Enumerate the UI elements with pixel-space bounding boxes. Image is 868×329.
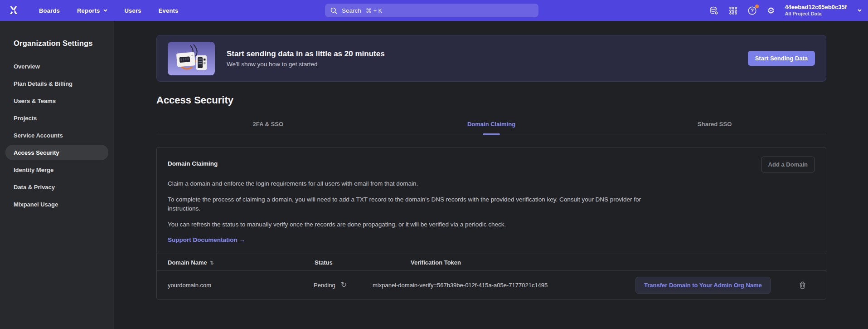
nav-item-users[interactable]: Users: [125, 7, 141, 14]
sidebar-item-users-teams[interactable]: Users & Teams: [5, 93, 108, 108]
domains-table-header: Domain Name⇅ Status Verification Token: [157, 254, 826, 271]
tab-domain-claiming[interactable]: Domain Claiming: [380, 121, 603, 134]
sidebar-item-mixpanel-usage[interactable]: Mixpanel Usage: [5, 196, 108, 212]
apps-grid-icon[interactable]: [729, 6, 737, 15]
search-shortcut: ⌘ + K: [366, 7, 383, 14]
transfer-domain-button[interactable]: Transfer Domain to Your Admin Org Name: [635, 277, 771, 294]
onboarding-banner: Start sending data in as little as 20 mi…: [156, 35, 826, 82]
tab-2fa-sso[interactable]: 2FA & SSO: [156, 121, 380, 134]
org-chevron-down-icon[interactable]: [858, 9, 862, 12]
tab-shared-sso[interactable]: Shared SSO: [603, 121, 826, 134]
delete-domain-icon[interactable]: [799, 281, 806, 289]
domain-name-header-label: Domain Name: [168, 259, 207, 266]
project-selector-label: All Project Data: [785, 11, 847, 17]
mixpanel-logo[interactable]: X: [7, 0, 27, 21]
start-sending-data-button[interactable]: Start Sending Data: [748, 51, 815, 66]
sidebar-item-identity-merge[interactable]: Identity Merge: [5, 162, 108, 177]
nav-right-cluster: ? ⚙ 44eebad12c65eb0c35f All Project Data: [709, 0, 862, 21]
org-id: 44eebad12c65eb0c35f: [785, 4, 847, 11]
sort-icon[interactable]: ⇅: [210, 260, 214, 265]
domains-table: Domain Name⇅ Status Verification Token y…: [157, 254, 826, 299]
gear-glyph: ⚙: [767, 6, 775, 15]
column-header-verification-token: Verification Token: [373, 259, 635, 266]
table-row: yourdomain.com Pending ↻ mixpanel-domain…: [157, 271, 826, 299]
sidebar-item-plan-details-billing[interactable]: Plan Details & Billing: [5, 76, 108, 91]
card-title: Domain Claiming: [168, 157, 218, 167]
access-security-tabs: 2FA & SSO Domain Claiming Shared SSO: [156, 121, 826, 134]
notification-dot: [755, 5, 759, 8]
search-placeholder: Search: [342, 7, 361, 14]
nav-item-reports-label: Reports: [77, 7, 100, 14]
add-domain-button[interactable]: Add a Domain: [761, 157, 815, 172]
page-title: Access Security: [156, 94, 826, 106]
support-documentation-link[interactable]: Support Documentation →: [168, 236, 245, 243]
settings-gear-icon[interactable]: ⚙: [767, 6, 775, 15]
top-nav: X Boards Reports Users Events Search ⌘ +…: [0, 0, 868, 21]
org-switcher[interactable]: 44eebad12c65eb0c35f All Project Data: [785, 4, 847, 17]
devices-illustration: [168, 42, 215, 75]
sidebar-item-overview[interactable]: Overview: [5, 59, 108, 74]
verification-token-cell: mixpanel-domain-verify=567b39be-012f-415…: [373, 282, 635, 289]
banner-subtitle: We'll show you how to get started: [227, 61, 385, 68]
domain-claiming-card: Domain Claiming Add a Domain Claim a dom…: [156, 147, 826, 300]
help-icon[interactable]: ?: [747, 6, 757, 15]
settings-sidebar: Organization Settings Overview Plan Deta…: [0, 21, 114, 329]
primary-nav: Boards Reports Users Events: [39, 7, 179, 14]
sidebar-item-service-accounts[interactable]: Service Accounts: [5, 128, 108, 143]
sidebar-title: Organization Settings: [14, 39, 114, 48]
card-description-3: You can refresh the status to manually v…: [168, 220, 657, 229]
nav-item-events[interactable]: Events: [159, 7, 179, 14]
mixpanel-logo-icon: X: [10, 5, 16, 16]
domain-name-cell: yourdomain.com: [168, 282, 314, 289]
main-content: Start sending data in as little as 20 mi…: [114, 21, 868, 329]
svg-text:?: ?: [751, 8, 754, 13]
nav-item-boards[interactable]: Boards: [39, 7, 60, 14]
card-description-2: To complete the process of claiming a do…: [168, 195, 657, 213]
sidebar-item-data-privacy[interactable]: Data & Privacy: [5, 179, 108, 195]
refresh-status-icon[interactable]: ↻: [341, 281, 347, 289]
column-header-status: Status: [314, 259, 373, 266]
card-description-1: Claim a domain and enforce the login req…: [168, 179, 657, 188]
banner-title: Start sending data in as little as 20 mi…: [227, 49, 385, 59]
status-badge: Pending: [314, 282, 335, 289]
column-header-domain-name[interactable]: Domain Name⇅: [168, 259, 314, 266]
sidebar-item-projects[interactable]: Projects: [5, 110, 108, 126]
nav-item-reports[interactable]: Reports: [77, 7, 107, 14]
sidebar-item-access-security[interactable]: Access Security: [5, 145, 108, 160]
search-input[interactable]: Search ⌘ + K: [325, 4, 538, 17]
data-management-icon[interactable]: [709, 6, 719, 15]
search-icon: [330, 7, 337, 14]
chevron-down-icon: [103, 9, 107, 12]
